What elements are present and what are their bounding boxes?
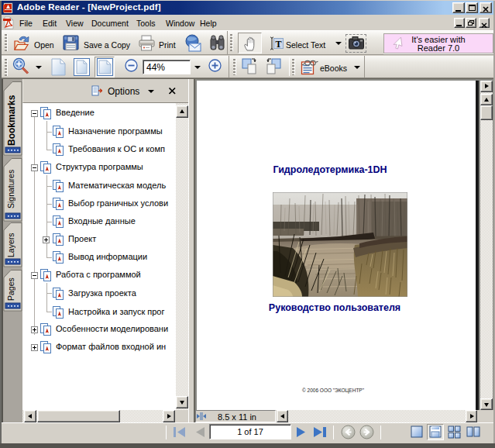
svg-text:T: T xyxy=(275,39,281,50)
